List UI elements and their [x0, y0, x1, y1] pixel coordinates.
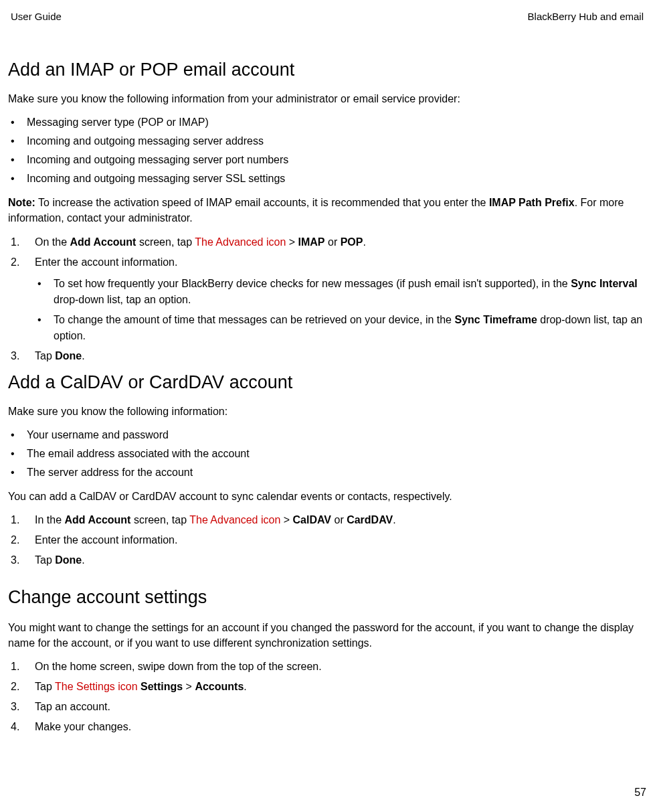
step-item: 3. Tap Done. — [8, 348, 646, 364]
step-number: 3. — [11, 348, 19, 364]
step-number: 3. — [11, 552, 19, 568]
s1-sub-bullets: To set how frequently your BlackBerry de… — [35, 276, 646, 344]
s2-bullets: Your username and password The email add… — [8, 427, 646, 481]
list-item: Your username and password — [8, 427, 646, 443]
step-number: 3. — [11, 699, 19, 715]
step-number: 1. — [11, 659, 19, 675]
s2-intro: Make sure you know the following informa… — [8, 404, 646, 419]
s1-bullets: Messaging server type (POP or IMAP) Inco… — [8, 114, 646, 187]
advanced-icon: The Advanced icon — [189, 514, 280, 525]
header-right: BlackBerry Hub and email — [528, 11, 644, 22]
list-item: To change the amount of time that messag… — [35, 312, 646, 344]
step-number: 2. — [11, 254, 19, 270]
s3-intro: You might want to change the settings fo… — [8, 620, 646, 651]
note-label: Note: — [8, 197, 35, 208]
step-item: 4. Make your changes. — [8, 719, 646, 735]
s3-steps: 1. On the home screen, swipe down from t… — [8, 659, 646, 735]
advanced-icon: The Advanced icon — [195, 236, 286, 248]
list-item: Incoming and outgoing messaging server S… — [8, 171, 646, 187]
step-number: 1. — [11, 234, 19, 250]
page-number: 57 — [634, 787, 646, 799]
step-item: 2. Enter the account information. — [8, 532, 646, 548]
page-header: User Guide BlackBerry Hub and email — [8, 11, 646, 22]
settings-icon: The Settings icon — [55, 681, 138, 692]
s2-desc: You can add a CalDAV or CardDAV account … — [8, 489, 646, 504]
heading-caldav-carddav: Add a CalDAV or CardDAV account — [8, 372, 646, 393]
header-left: User Guide — [11, 11, 62, 22]
s1-steps: 1. On the Add Account screen, tap The Ad… — [8, 234, 646, 364]
step-item: 1. On the Add Account screen, tap The Ad… — [8, 234, 646, 250]
list-item: Messaging server type (POP or IMAP) — [8, 114, 646, 131]
s1-note: Note: To increase the activation speed o… — [8, 195, 646, 226]
step-item: 2. Enter the account information. To set… — [8, 254, 646, 344]
step-item: 1. On the home screen, swipe down from t… — [8, 659, 646, 675]
list-item: The email address associated with the ac… — [8, 446, 646, 462]
step-item: 2. Tap The Settings icon Settings > Acco… — [8, 679, 646, 695]
list-item: Incoming and outgoing messaging server a… — [8, 133, 646, 149]
s1-intro: Make sure you know the following informa… — [8, 91, 646, 106]
list-item: Incoming and outgoing messaging server p… — [8, 152, 646, 168]
step-item: 1. In the Add Account screen, tap The Ad… — [8, 512, 646, 528]
step-number: 1. — [11, 512, 19, 528]
heading-imap-pop: Add an IMAP or POP email account — [8, 60, 646, 80]
step-number: 4. — [11, 719, 19, 735]
s2-steps: 1. In the Add Account screen, tap The Ad… — [8, 512, 646, 568]
list-item: To set how frequently your BlackBerry de… — [35, 276, 646, 308]
heading-change-settings: Change account settings — [8, 587, 646, 608]
step-number: 2. — [11, 679, 19, 695]
step-item: 3. Tap an account. — [8, 699, 646, 715]
step-item: 3. Tap Done. — [8, 552, 646, 568]
step-number: 2. — [11, 532, 19, 548]
list-item: The server address for the account — [8, 465, 646, 481]
